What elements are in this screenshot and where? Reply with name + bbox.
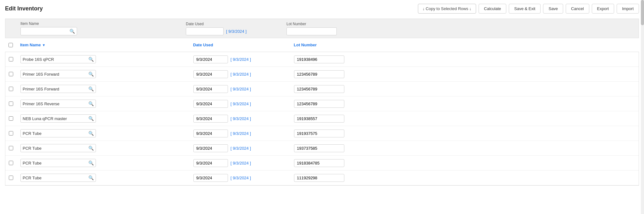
row-lot-input[interactable]	[294, 115, 344, 123]
row-search-icon[interactable]: 🔍	[88, 57, 94, 62]
row-search-icon[interactable]: 🔍	[88, 146, 94, 151]
row-checkbox-0[interactable]	[9, 57, 13, 61]
row-date-link[interactable]: [ 9/3/2024 ]	[230, 101, 251, 106]
row-item-name-input[interactable]	[23, 131, 88, 136]
cancel-button[interactable]: Cancel	[566, 4, 589, 14]
row-date-input[interactable]	[193, 115, 228, 123]
copy-to-selected-rows-button[interactable]: ↓ Copy to Selected Rows ↓	[418, 4, 476, 14]
row-item-name-input[interactable]	[23, 87, 88, 91]
row-date-link[interactable]: [ 9/3/2024 ]	[230, 72, 251, 77]
row-item-name-input[interactable]	[23, 72, 88, 77]
row-date-input[interactable]	[193, 55, 228, 63]
filter-lot-number-input[interactable]	[286, 27, 337, 35]
row-checkbox-cell	[5, 71, 17, 78]
row-date-input[interactable]	[193, 144, 228, 152]
row-lot-input[interactable]	[294, 144, 344, 152]
row-search-icon[interactable]: 🔍	[88, 101, 94, 106]
row-item-name-cell: 🔍	[17, 158, 190, 168]
row-date-input[interactable]	[193, 130, 228, 137]
row-date-used-cell: [ 9/3/2024 ]	[190, 84, 290, 94]
row-item-name-wrapper: 🔍	[20, 100, 96, 108]
page-title: Edit Inventory	[5, 5, 43, 12]
toolbar-right: ↓ Copy to Selected Rows ↓ Calculate Save…	[418, 4, 639, 14]
row-lot-number-cell	[290, 54, 639, 65]
table-row: 🔍 [ 9/3/2024 ]	[5, 141, 639, 156]
row-item-name-cell: 🔍	[17, 143, 190, 153]
filter-item-name-cell: Item Name 🔍	[9, 21, 182, 35]
row-search-icon[interactable]: 🔍	[88, 175, 94, 180]
table-row: 🔍 [ 9/3/2024 ]	[5, 126, 639, 141]
filter-item-name-input[interactable]	[23, 29, 69, 34]
row-item-name-cell: 🔍	[17, 128, 190, 139]
row-date-input[interactable]	[193, 100, 228, 108]
row-date-input[interactable]	[193, 159, 228, 167]
row-lot-number-cell	[290, 143, 639, 153]
row-date-link[interactable]: [ 9/3/2024 ]	[230, 146, 251, 151]
row-lot-input[interactable]	[294, 70, 344, 78]
row-date-link[interactable]: [ 9/3/2024 ]	[230, 87, 251, 91]
header-lot-number[interactable]: Lot Number	[290, 41, 639, 49]
row-checkbox-3[interactable]	[9, 101, 13, 106]
table-row: 🔍 [ 9/3/2024 ]	[5, 67, 639, 82]
row-item-name-input[interactable]	[23, 146, 88, 151]
row-checkbox-6[interactable]	[9, 146, 13, 150]
row-lot-input[interactable]	[294, 174, 344, 182]
row-checkbox-7[interactable]	[9, 161, 13, 165]
row-checkbox-8[interactable]	[9, 176, 13, 180]
row-date-input[interactable]	[193, 174, 228, 182]
filter-row: Item Name 🔍 Date Used [ 9/3/2024 ] Lot N…	[5, 19, 639, 38]
table-body: 🔍 [ 9/3/2024 ] 🔍	[5, 52, 639, 186]
row-date-input[interactable]	[193, 70, 228, 78]
row-date-link[interactable]: [ 9/3/2024 ]	[230, 131, 251, 136]
import-button[interactable]: Import	[617, 4, 639, 14]
row-search-icon[interactable]: 🔍	[88, 72, 94, 77]
row-item-name-input[interactable]	[23, 116, 88, 121]
save-button[interactable]: Save	[543, 4, 563, 14]
row-date-used-cell: [ 9/3/2024 ]	[190, 143, 290, 153]
row-checkbox-4[interactable]	[9, 116, 13, 121]
row-item-name-input[interactable]	[23, 101, 88, 106]
scrollbar-thumb[interactable]	[641, 0, 644, 25]
row-item-name-cell: 🔍	[17, 54, 190, 65]
table-row: 🔍 [ 9/3/2024 ]	[5, 111, 639, 126]
row-date-link[interactable]: [ 9/3/2024 ]	[230, 116, 251, 121]
top-bar: Edit Inventory ↓ Copy to Selected Rows ↓…	[5, 4, 639, 14]
row-search-icon[interactable]: 🔍	[88, 116, 94, 121]
row-lot-input[interactable]	[294, 85, 344, 93]
row-item-name-wrapper: 🔍	[20, 144, 96, 152]
table-row: 🔍 [ 9/3/2024 ]	[5, 82, 639, 96]
select-all-checkbox[interactable]	[8, 43, 13, 47]
row-lot-input[interactable]	[294, 159, 344, 167]
row-checkbox-1[interactable]	[9, 72, 13, 76]
row-date-used-cell: [ 9/3/2024 ]	[190, 158, 290, 168]
export-button[interactable]: Export	[592, 4, 614, 14]
row-lot-input[interactable]	[294, 130, 344, 137]
filter-date-link[interactable]: [ 9/3/2024 ]	[226, 29, 247, 34]
row-lot-input[interactable]	[294, 100, 344, 108]
filter-lot-number-cell: Lot Number	[283, 22, 635, 35]
row-date-input[interactable]	[193, 85, 228, 93]
filter-date-input[interactable]	[186, 27, 224, 35]
filter-search-icon[interactable]: 🔍	[69, 29, 75, 34]
row-checkbox-cell	[5, 159, 17, 166]
row-search-icon[interactable]: 🔍	[88, 131, 94, 136]
row-checkbox-2[interactable]	[9, 87, 13, 91]
filter-date-used-label: Date Used	[186, 22, 279, 26]
row-search-icon[interactable]: 🔍	[88, 160, 94, 165]
header-date-used[interactable]: Date Used	[189, 41, 290, 49]
row-item-name-input[interactable]	[23, 161, 88, 165]
header-item-name[interactable]: Item Name▼	[16, 41, 189, 49]
row-search-icon[interactable]: 🔍	[88, 86, 94, 91]
row-date-link[interactable]: [ 9/3/2024 ]	[230, 176, 251, 180]
row-item-name-input[interactable]	[23, 176, 88, 180]
row-checkbox-5[interactable]	[9, 131, 13, 136]
row-lot-input[interactable]	[294, 55, 344, 63]
row-date-group: [ 9/3/2024 ]	[193, 70, 251, 78]
row-date-link[interactable]: [ 9/3/2024 ]	[230, 57, 251, 62]
row-date-link[interactable]: [ 9/3/2024 ]	[230, 161, 251, 165]
scrollbar-track[interactable]	[641, 0, 644, 214]
row-item-name-input[interactable]	[23, 57, 88, 62]
save-exit-button[interactable]: Save & Exit	[509, 4, 541, 14]
row-checkbox-cell	[5, 145, 17, 152]
calculate-button[interactable]: Calculate	[479, 4, 506, 14]
